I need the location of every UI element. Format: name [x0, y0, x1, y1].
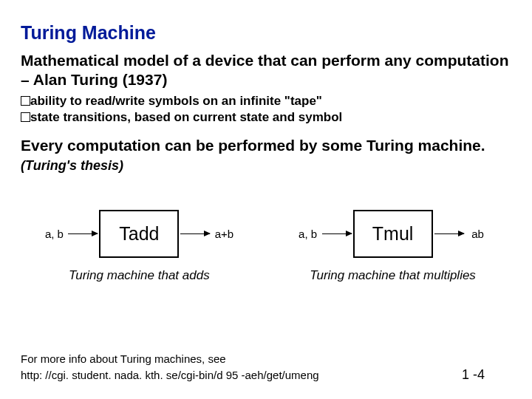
- output-label: a+b: [211, 228, 236, 240]
- diagram-caption: Turing machine that multiplies: [310, 268, 476, 283]
- machine-box: Tmul: [353, 210, 433, 258]
- diagram-tmul: a, b Tmul ab Turing machine that multipl…: [276, 210, 510, 283]
- footer: For more info about Turing machines, see…: [21, 352, 511, 383]
- bullet-item: state transitions, based on current stat…: [21, 109, 511, 126]
- footer-text-1: For more info about Turing machines, see: [21, 352, 511, 366]
- bullet-list: ability to read/write symbols on an infi…: [21, 93, 511, 126]
- output-label: ab: [466, 228, 491, 240]
- arrow-icon: [322, 233, 352, 234]
- input-label: a, b: [296, 228, 321, 240]
- statement-main: Every computation can be performed by so…: [21, 137, 485, 154]
- bullet-text: ability to read/write symbols on an infi…: [30, 94, 322, 108]
- machine-box: Tadd: [99, 210, 179, 258]
- arrow-icon: [434, 233, 464, 234]
- arrow-icon: [180, 233, 210, 234]
- arrow-icon: [68, 233, 98, 234]
- slide-title: Turing Machine: [21, 22, 511, 44]
- input-label: a, b: [41, 228, 66, 240]
- diagrams-row: a, b Tadd a+b Turing machine that adds a…: [21, 210, 511, 283]
- bullet-item: ability to read/write symbols on an infi…: [21, 93, 511, 109]
- diagram-flow: a, b Tmul ab: [296, 210, 491, 258]
- diagram-flow: a, b Tadd a+b: [41, 210, 236, 258]
- thesis-statement: Every computation can be performed by so…: [21, 136, 511, 175]
- slide-subtitle: Mathematical model of a device that can …: [21, 51, 511, 90]
- bullet-text: state transitions, based on current stat…: [30, 110, 342, 124]
- footer-text-2: http: //cgi. student. nada. kth. se/cgi-…: [21, 369, 319, 383]
- square-bullet-icon: [21, 112, 30, 122]
- diagram-tadd: a, b Tadd a+b Turing machine that adds: [22, 210, 256, 283]
- diagram-caption: Turing machine that adds: [69, 268, 210, 283]
- slide-number: 1 -4: [462, 366, 485, 383]
- square-bullet-icon: [21, 96, 30, 106]
- statement-aside: (Turing's thesis): [21, 158, 123, 173]
